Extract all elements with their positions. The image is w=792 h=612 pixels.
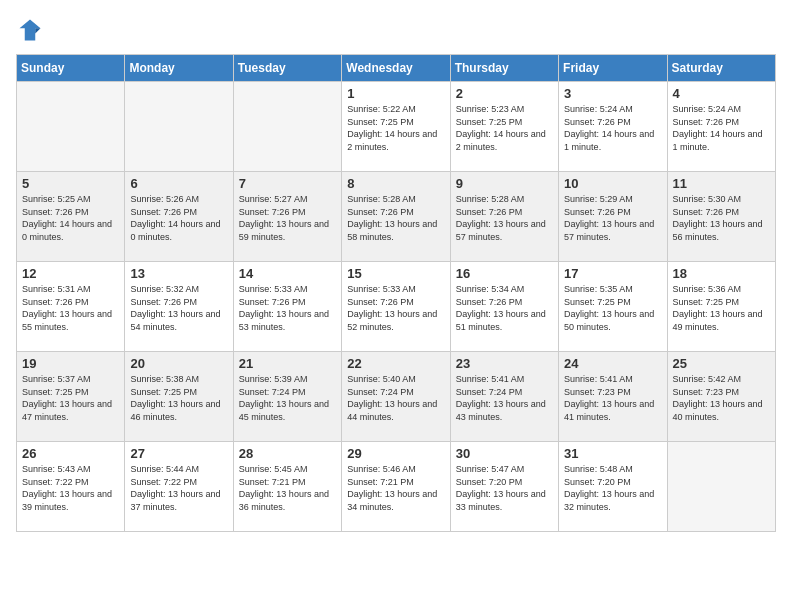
day-number: 15 xyxy=(347,266,444,281)
day-info: Sunrise: 5:23 AM Sunset: 7:25 PM Dayligh… xyxy=(456,103,553,153)
calendar-day: 26Sunrise: 5:43 AM Sunset: 7:22 PM Dayli… xyxy=(17,442,125,532)
calendar-day xyxy=(667,442,775,532)
calendar-day: 18Sunrise: 5:36 AM Sunset: 7:25 PM Dayli… xyxy=(667,262,775,352)
calendar-day: 12Sunrise: 5:31 AM Sunset: 7:26 PM Dayli… xyxy=(17,262,125,352)
day-number: 28 xyxy=(239,446,336,461)
calendar-day: 15Sunrise: 5:33 AM Sunset: 7:26 PM Dayli… xyxy=(342,262,450,352)
calendar-week-4: 19Sunrise: 5:37 AM Sunset: 7:25 PM Dayli… xyxy=(17,352,776,442)
day-number: 17 xyxy=(564,266,661,281)
logo xyxy=(16,16,48,44)
day-info: Sunrise: 5:37 AM Sunset: 7:25 PM Dayligh… xyxy=(22,373,119,423)
header-monday: Monday xyxy=(125,55,233,82)
day-number: 7 xyxy=(239,176,336,191)
day-number: 4 xyxy=(673,86,770,101)
day-number: 16 xyxy=(456,266,553,281)
calendar-day: 4Sunrise: 5:24 AM Sunset: 7:26 PM Daylig… xyxy=(667,82,775,172)
calendar-day: 13Sunrise: 5:32 AM Sunset: 7:26 PM Dayli… xyxy=(125,262,233,352)
day-info: Sunrise: 5:41 AM Sunset: 7:24 PM Dayligh… xyxy=(456,373,553,423)
header-saturday: Saturday xyxy=(667,55,775,82)
day-number: 5 xyxy=(22,176,119,191)
day-info: Sunrise: 5:29 AM Sunset: 7:26 PM Dayligh… xyxy=(564,193,661,243)
day-number: 27 xyxy=(130,446,227,461)
day-number: 11 xyxy=(673,176,770,191)
day-info: Sunrise: 5:34 AM Sunset: 7:26 PM Dayligh… xyxy=(456,283,553,333)
day-info: Sunrise: 5:28 AM Sunset: 7:26 PM Dayligh… xyxy=(347,193,444,243)
calendar-header-row: SundayMondayTuesdayWednesdayThursdayFrid… xyxy=(17,55,776,82)
calendar-day: 3Sunrise: 5:24 AM Sunset: 7:26 PM Daylig… xyxy=(559,82,667,172)
day-number: 20 xyxy=(130,356,227,371)
calendar-day: 29Sunrise: 5:46 AM Sunset: 7:21 PM Dayli… xyxy=(342,442,450,532)
day-info: Sunrise: 5:45 AM Sunset: 7:21 PM Dayligh… xyxy=(239,463,336,513)
day-number: 22 xyxy=(347,356,444,371)
page-header xyxy=(16,16,776,44)
day-number: 12 xyxy=(22,266,119,281)
header-wednesday: Wednesday xyxy=(342,55,450,82)
day-info: Sunrise: 5:31 AM Sunset: 7:26 PM Dayligh… xyxy=(22,283,119,333)
day-info: Sunrise: 5:43 AM Sunset: 7:22 PM Dayligh… xyxy=(22,463,119,513)
calendar-day xyxy=(125,82,233,172)
day-info: Sunrise: 5:30 AM Sunset: 7:26 PM Dayligh… xyxy=(673,193,770,243)
day-info: Sunrise: 5:48 AM Sunset: 7:20 PM Dayligh… xyxy=(564,463,661,513)
header-friday: Friday xyxy=(559,55,667,82)
day-info: Sunrise: 5:44 AM Sunset: 7:22 PM Dayligh… xyxy=(130,463,227,513)
day-number: 24 xyxy=(564,356,661,371)
day-number: 23 xyxy=(456,356,553,371)
day-number: 21 xyxy=(239,356,336,371)
day-info: Sunrise: 5:41 AM Sunset: 7:23 PM Dayligh… xyxy=(564,373,661,423)
day-number: 26 xyxy=(22,446,119,461)
calendar-day: 6Sunrise: 5:26 AM Sunset: 7:26 PM Daylig… xyxy=(125,172,233,262)
day-info: Sunrise: 5:24 AM Sunset: 7:26 PM Dayligh… xyxy=(673,103,770,153)
calendar-day: 9Sunrise: 5:28 AM Sunset: 7:26 PM Daylig… xyxy=(450,172,558,262)
day-number: 13 xyxy=(130,266,227,281)
day-info: Sunrise: 5:26 AM Sunset: 7:26 PM Dayligh… xyxy=(130,193,227,243)
calendar-day: 16Sunrise: 5:34 AM Sunset: 7:26 PM Dayli… xyxy=(450,262,558,352)
day-number: 3 xyxy=(564,86,661,101)
calendar-week-2: 5Sunrise: 5:25 AM Sunset: 7:26 PM Daylig… xyxy=(17,172,776,262)
header-sunday: Sunday xyxy=(17,55,125,82)
header-thursday: Thursday xyxy=(450,55,558,82)
calendar-day: 20Sunrise: 5:38 AM Sunset: 7:25 PM Dayli… xyxy=(125,352,233,442)
day-number: 25 xyxy=(673,356,770,371)
day-number: 2 xyxy=(456,86,553,101)
calendar-day: 11Sunrise: 5:30 AM Sunset: 7:26 PM Dayli… xyxy=(667,172,775,262)
svg-marker-1 xyxy=(35,28,40,33)
calendar-day: 28Sunrise: 5:45 AM Sunset: 7:21 PM Dayli… xyxy=(233,442,341,532)
day-info: Sunrise: 5:36 AM Sunset: 7:25 PM Dayligh… xyxy=(673,283,770,333)
day-info: Sunrise: 5:46 AM Sunset: 7:21 PM Dayligh… xyxy=(347,463,444,513)
day-info: Sunrise: 5:47 AM Sunset: 7:20 PM Dayligh… xyxy=(456,463,553,513)
calendar-day: 8Sunrise: 5:28 AM Sunset: 7:26 PM Daylig… xyxy=(342,172,450,262)
day-info: Sunrise: 5:24 AM Sunset: 7:26 PM Dayligh… xyxy=(564,103,661,153)
calendar-day: 23Sunrise: 5:41 AM Sunset: 7:24 PM Dayli… xyxy=(450,352,558,442)
calendar-week-5: 26Sunrise: 5:43 AM Sunset: 7:22 PM Dayli… xyxy=(17,442,776,532)
day-number: 14 xyxy=(239,266,336,281)
day-info: Sunrise: 5:35 AM Sunset: 7:25 PM Dayligh… xyxy=(564,283,661,333)
calendar-day: 17Sunrise: 5:35 AM Sunset: 7:25 PM Dayli… xyxy=(559,262,667,352)
calendar-day: 7Sunrise: 5:27 AM Sunset: 7:26 PM Daylig… xyxy=(233,172,341,262)
day-info: Sunrise: 5:33 AM Sunset: 7:26 PM Dayligh… xyxy=(239,283,336,333)
day-number: 29 xyxy=(347,446,444,461)
calendar-table: SundayMondayTuesdayWednesdayThursdayFrid… xyxy=(16,54,776,532)
day-number: 30 xyxy=(456,446,553,461)
day-number: 6 xyxy=(130,176,227,191)
day-number: 8 xyxy=(347,176,444,191)
day-info: Sunrise: 5:28 AM Sunset: 7:26 PM Dayligh… xyxy=(456,193,553,243)
day-info: Sunrise: 5:40 AM Sunset: 7:24 PM Dayligh… xyxy=(347,373,444,423)
day-number: 19 xyxy=(22,356,119,371)
day-info: Sunrise: 5:22 AM Sunset: 7:25 PM Dayligh… xyxy=(347,103,444,153)
calendar-day: 14Sunrise: 5:33 AM Sunset: 7:26 PM Dayli… xyxy=(233,262,341,352)
day-info: Sunrise: 5:32 AM Sunset: 7:26 PM Dayligh… xyxy=(130,283,227,333)
day-number: 1 xyxy=(347,86,444,101)
calendar-week-3: 12Sunrise: 5:31 AM Sunset: 7:26 PM Dayli… xyxy=(17,262,776,352)
logo-icon xyxy=(16,16,44,44)
calendar-day: 19Sunrise: 5:37 AM Sunset: 7:25 PM Dayli… xyxy=(17,352,125,442)
calendar-day: 31Sunrise: 5:48 AM Sunset: 7:20 PM Dayli… xyxy=(559,442,667,532)
calendar-day: 27Sunrise: 5:44 AM Sunset: 7:22 PM Dayli… xyxy=(125,442,233,532)
header-tuesday: Tuesday xyxy=(233,55,341,82)
day-number: 9 xyxy=(456,176,553,191)
day-info: Sunrise: 5:33 AM Sunset: 7:26 PM Dayligh… xyxy=(347,283,444,333)
calendar-day: 24Sunrise: 5:41 AM Sunset: 7:23 PM Dayli… xyxy=(559,352,667,442)
calendar-day: 22Sunrise: 5:40 AM Sunset: 7:24 PM Dayli… xyxy=(342,352,450,442)
calendar-day: 5Sunrise: 5:25 AM Sunset: 7:26 PM Daylig… xyxy=(17,172,125,262)
day-number: 31 xyxy=(564,446,661,461)
calendar-day: 21Sunrise: 5:39 AM Sunset: 7:24 PM Dayli… xyxy=(233,352,341,442)
